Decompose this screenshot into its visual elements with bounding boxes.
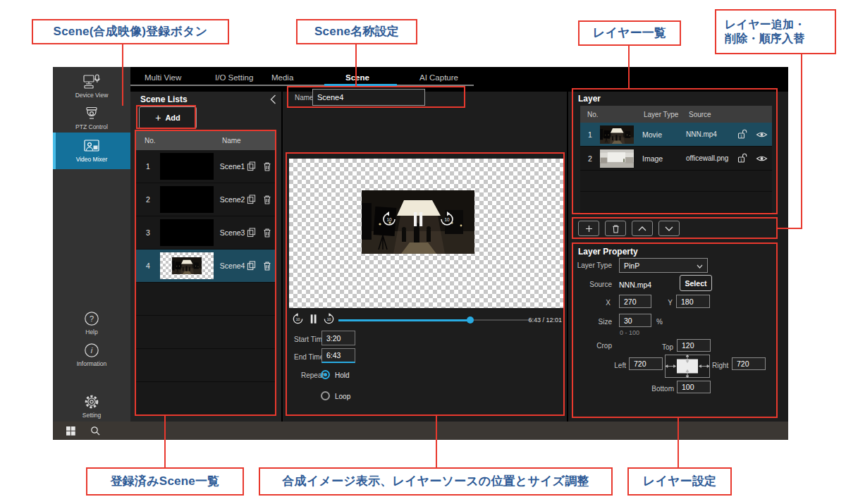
delete-scene-icon[interactable] xyxy=(258,228,276,238)
callout-line xyxy=(801,54,802,229)
scene-name-input[interactable] xyxy=(312,89,425,106)
layer-type-label: Layer Type xyxy=(577,262,612,269)
size-input[interactable]: 30 xyxy=(619,314,651,327)
scene-row-4-selected[interactable]: 4 Scene4 xyxy=(136,250,276,283)
layer-property-title: Layer Property xyxy=(578,247,638,257)
annotation-layer-settings: レイヤー設定 xyxy=(627,467,732,496)
column-layer-type: Layer Type xyxy=(644,111,689,118)
skip-back-button[interactable]: 10 xyxy=(292,313,304,325)
layer-row-1-selected[interactable]: 1 Movie NNN.mp4 1 xyxy=(580,123,772,147)
ptz-camera-icon xyxy=(82,104,101,123)
callout-line xyxy=(628,46,630,89)
layer-row-empty xyxy=(580,171,772,192)
scene-no: 3 xyxy=(136,228,160,237)
layer-move-up-button[interactable] xyxy=(632,221,653,236)
sidebar-item-video-mixer[interactable]: Video Mixer xyxy=(53,137,130,163)
taskbar-search-icon[interactable] xyxy=(90,426,100,436)
sidebar-item-help[interactable]: ? Help xyxy=(53,309,130,336)
annotation-layer-ops: レイヤー追加・ 削除・順序入替 xyxy=(715,9,836,54)
y-input[interactable]: 180 xyxy=(676,295,710,308)
overlay-skip-back-icon[interactable]: 10 xyxy=(381,211,397,227)
scene-name: Scene1 xyxy=(220,162,245,171)
crop-top-input[interactable]: 120 xyxy=(677,339,711,352)
skip-forward-button[interactable]: 10 xyxy=(323,313,335,325)
svg-text:10: 10 xyxy=(386,217,392,222)
scene-name-label: Name xyxy=(295,94,314,102)
annotation-scene-register: Scene(合成映像)登録ボタン xyxy=(32,19,229,44)
end-time-input[interactable] xyxy=(321,348,355,363)
time-display: 6:43 / 12:01 xyxy=(465,316,562,324)
video-mixer-icon xyxy=(82,137,101,155)
crop-right-input[interactable]: 720 xyxy=(732,357,766,370)
add-scene-button[interactable]: + Add xyxy=(139,106,197,129)
delete-scene-icon[interactable] xyxy=(258,195,276,204)
layer-add-button[interactable] xyxy=(578,221,599,236)
crop-left-input[interactable]: 720 xyxy=(629,357,663,370)
layer-source-video[interactable]: 10 10 xyxy=(362,190,474,254)
scene-thumbnail xyxy=(160,219,214,246)
overlay-skip-forward-icon[interactable]: 10 xyxy=(439,211,455,227)
pause-button[interactable] xyxy=(309,314,318,324)
size-label: Size xyxy=(591,318,612,326)
start-time-input[interactable] xyxy=(321,331,355,345)
tab-media[interactable]: Media xyxy=(271,73,293,82)
tab-scene[interactable]: Scene xyxy=(345,73,369,82)
column-no: No. xyxy=(587,111,644,118)
scene-row-2[interactable]: 2 Scene2 xyxy=(136,183,276,216)
y-label: Y xyxy=(666,299,673,307)
duplicate-scene-icon[interactable] xyxy=(245,195,258,204)
scene-table-header: No. Name xyxy=(136,130,276,150)
scene-thumbnail xyxy=(160,186,214,213)
scene-row-empty xyxy=(136,349,276,382)
overlay-pause-icon[interactable] xyxy=(412,211,424,228)
callout-line xyxy=(122,44,123,106)
scene-row-3[interactable]: 3 Scene3 xyxy=(136,216,276,250)
composite-preview-canvas[interactable]: 10 10 xyxy=(289,159,564,308)
layer-type-select[interactable]: PinP xyxy=(619,258,708,273)
sidebar-item-setting[interactable]: Setting xyxy=(53,393,130,419)
end-time-label: End Time xyxy=(294,353,324,361)
delete-scene-icon[interactable] xyxy=(258,161,276,171)
sidebar-label: Information xyxy=(53,360,130,367)
duplicate-scene-icon[interactable] xyxy=(245,261,258,271)
tab-ai-capture[interactable]: AI Capture xyxy=(419,73,458,82)
svg-text:1: 1 xyxy=(740,158,742,162)
help-icon: ? xyxy=(82,309,101,328)
windows-start-icon[interactable] xyxy=(66,426,75,436)
scene-thumbnail xyxy=(160,153,214,180)
column-no: No. xyxy=(145,137,156,145)
x-input[interactable]: 270 xyxy=(619,295,651,308)
tab-io-setting[interactable]: I/O Setting xyxy=(215,73,253,82)
delete-scene-icon[interactable] xyxy=(258,261,276,271)
tab-multi-view[interactable]: Multi View xyxy=(145,73,181,82)
layer-move-down-button[interactable] xyxy=(658,221,680,236)
repeat-loop-radio[interactable] xyxy=(321,391,330,400)
source-select-button[interactable]: Select xyxy=(680,275,712,291)
unlock-icon[interactable]: 1 xyxy=(732,129,752,140)
layer-row-2[interactable]: 2 Image officewall.png 1 xyxy=(580,147,772,171)
collapse-chevron-icon[interactable] xyxy=(270,94,276,104)
scene-no: 4 xyxy=(136,262,160,270)
scene-thumbnail xyxy=(160,252,214,279)
sidebar-label: Device View xyxy=(53,92,130,99)
sidebar-item-ptz-control[interactable]: PTZ Control xyxy=(53,104,130,130)
scene-name: Scene4 xyxy=(220,262,245,270)
crop-bottom-input[interactable]: 100 xyxy=(677,381,711,393)
duplicate-scene-icon[interactable] xyxy=(245,228,258,238)
sidebar-label: Video Mixer xyxy=(53,156,130,163)
svg-text:?: ? xyxy=(90,314,94,323)
sidebar-item-information[interactable]: i Information xyxy=(53,341,130,367)
unlock-icon[interactable]: 1 xyxy=(732,153,752,164)
sidebar-item-device-view[interactable]: Device View xyxy=(53,73,130,99)
layer-delete-button[interactable] xyxy=(605,221,626,236)
layer-source: officewall.png xyxy=(686,154,732,162)
repeat-hold-radio[interactable] xyxy=(321,370,330,379)
crop-label: Crop xyxy=(591,342,612,350)
visibility-eye-icon[interactable] xyxy=(752,130,771,139)
add-scene-label: Add xyxy=(165,113,180,122)
visibility-eye-icon[interactable] xyxy=(752,154,771,163)
svg-text:10: 10 xyxy=(296,317,300,321)
scene-row-1[interactable]: 1 Scene1 xyxy=(136,150,276,183)
duplicate-scene-icon[interactable] xyxy=(245,161,258,171)
annotation-registered-scenes: 登録済みScene一覧 xyxy=(86,467,244,496)
